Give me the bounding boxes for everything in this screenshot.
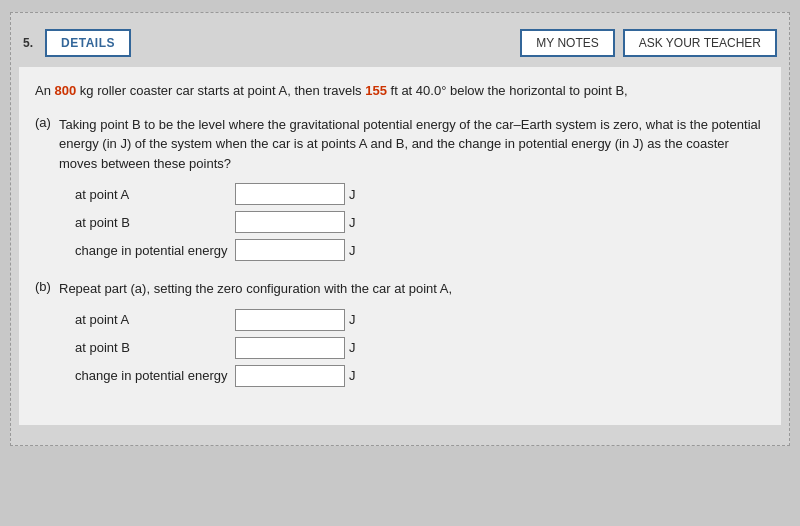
part-a-row-2: at point B J — [75, 211, 765, 233]
part-a-label: (a) — [35, 115, 59, 130]
part-a-label-1: at point A — [75, 187, 235, 202]
part-b-header: (b) Repeat part (a), setting the zero co… — [35, 279, 765, 299]
part-b-input-1[interactable] — [235, 309, 345, 331]
mass-value: 800 — [55, 83, 77, 98]
distance-value: 155 — [365, 83, 387, 98]
ask-teacher-button[interactable]: ASK YOUR TEACHER — [623, 29, 777, 57]
part-a-input-2[interactable] — [235, 211, 345, 233]
part-b-label: (b) — [35, 279, 59, 294]
part-b-unit-2: J — [349, 340, 356, 355]
part-a-row-1: at point A J — [75, 183, 765, 205]
main-container: 5. DETAILS MY NOTES ASK YOUR TEACHER An … — [10, 12, 790, 446]
intro-text-before: An — [35, 83, 55, 98]
part-a-row-3: change in potential energy J — [75, 239, 765, 261]
part-b-label-2: at point B — [75, 340, 235, 355]
part-a-label-2: at point B — [75, 215, 235, 230]
top-bar: 5. DETAILS MY NOTES ASK YOUR TEACHER — [11, 23, 789, 67]
content-area: An 800 kg roller coaster car starts at p… — [19, 67, 781, 425]
part-a-unit-3: J — [349, 243, 356, 258]
part-b-label-3: change in potential energy — [75, 368, 235, 383]
distance-text-after: ft at 40.0° below the horizontal to poin… — [387, 83, 628, 98]
question-number: 5. — [23, 36, 33, 50]
part-b-row-1: at point A J — [75, 309, 765, 331]
part-b-input-2[interactable] — [235, 337, 345, 359]
my-notes-button[interactable]: MY NOTES — [520, 29, 614, 57]
part-b-unit-1: J — [349, 312, 356, 327]
part-a: (a) Taking point B to be the level where… — [35, 115, 765, 262]
part-b-label-1: at point A — [75, 312, 235, 327]
part-a-text: Taking point B to be the level where the… — [59, 115, 765, 174]
part-a-input-3[interactable] — [235, 239, 345, 261]
part-b-row-3: change in potential energy J — [75, 365, 765, 387]
part-b-text: Repeat part (a), setting the zero config… — [59, 279, 452, 299]
problem-intro: An 800 kg roller coaster car starts at p… — [35, 81, 765, 101]
part-b-input-3[interactable] — [235, 365, 345, 387]
part-b: (b) Repeat part (a), setting the zero co… — [35, 279, 765, 387]
part-a-unit-1: J — [349, 187, 356, 202]
part-b-row-2: at point B J — [75, 337, 765, 359]
part-a-input-1[interactable] — [235, 183, 345, 205]
part-a-header: (a) Taking point B to be the level where… — [35, 115, 765, 174]
part-b-unit-3: J — [349, 368, 356, 383]
part-a-label-3: change in potential energy — [75, 243, 235, 258]
part-a-unit-2: J — [349, 215, 356, 230]
intro-text-after: kg roller coaster car starts at point A,… — [76, 83, 365, 98]
details-button[interactable]: DETAILS — [45, 29, 131, 57]
